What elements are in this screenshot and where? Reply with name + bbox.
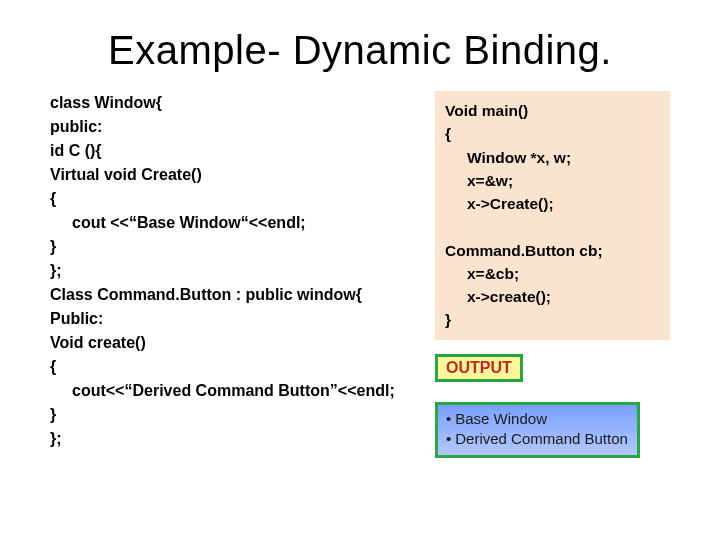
code-line: Virtual void Create() xyxy=(50,163,425,187)
code-line: { xyxy=(445,122,660,145)
code-line: Public: xyxy=(50,307,425,331)
code-line: x->Create(); xyxy=(445,192,660,215)
output-label: OUTPUT xyxy=(435,354,523,382)
code-line: }; xyxy=(50,259,425,283)
output-line: •Derived Command Button xyxy=(446,429,629,449)
right-column: Void main() { Window *x, w; x=&w; x->Cre… xyxy=(435,91,670,458)
code-line: Void main() xyxy=(445,99,660,122)
code-line: Window *x, w; xyxy=(445,146,660,169)
code-line: public: xyxy=(50,115,425,139)
code-line: class Window{ xyxy=(50,91,425,115)
slide-title: Example- Dynamic Binding. xyxy=(0,0,720,91)
code-line: x->create(); xyxy=(445,285,660,308)
output-line: •Base Window xyxy=(446,409,629,429)
code-line: x=&w; xyxy=(445,169,660,192)
code-line xyxy=(445,215,660,238)
code-line: } xyxy=(50,235,425,259)
output-text: Derived Command Button xyxy=(455,430,628,447)
code-line: x=&cb; xyxy=(445,262,660,285)
code-line: id C (){ xyxy=(50,139,425,163)
code-line: } xyxy=(445,308,660,331)
code-line: }; xyxy=(50,427,425,451)
output-text: Base Window xyxy=(455,410,547,427)
code-line: Void create() xyxy=(50,331,425,355)
main-code-box: Void main() { Window *x, w; x=&w; x->Cre… xyxy=(435,91,670,340)
bullet-icon: • xyxy=(446,429,451,449)
code-line: cout <<“Base Window“<<endl; xyxy=(50,211,425,235)
left-code-block: class Window{ public: id C (){ Virtual v… xyxy=(50,91,425,458)
code-line: } xyxy=(50,403,425,427)
output-box: •Base Window •Derived Command Button xyxy=(435,402,640,459)
bullet-icon: • xyxy=(446,409,451,429)
code-line: Command.Button cb; xyxy=(445,239,660,262)
code-line: cout<<“Derived Command Button”<<endl; xyxy=(50,379,425,403)
code-line: { xyxy=(50,355,425,379)
content-area: class Window{ public: id C (){ Virtual v… xyxy=(0,91,720,458)
code-line: Class Command.Button : public window{ xyxy=(50,283,425,307)
code-line: { xyxy=(50,187,425,211)
